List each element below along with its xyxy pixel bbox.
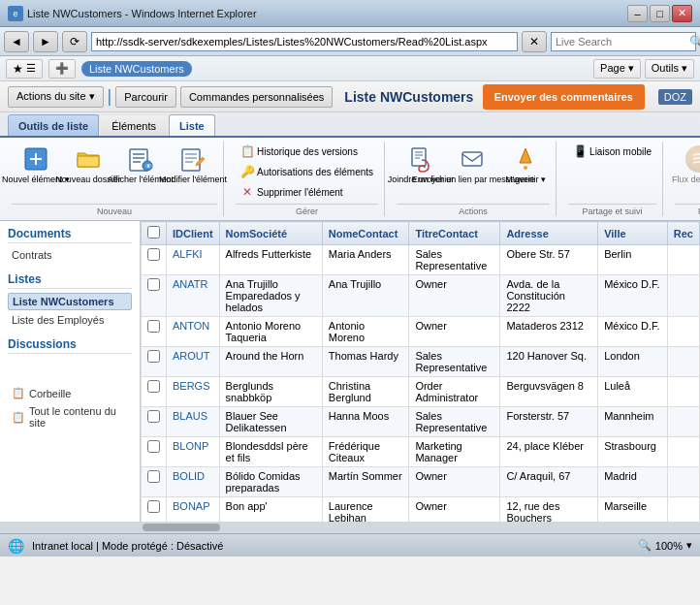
afficher-element-button[interactable]: 👁 Afficher l'élément (116, 142, 165, 189)
back-button[interactable]: ◄ (4, 31, 29, 52)
stop-button[interactable]: ✕ (522, 31, 547, 52)
cell-rec (667, 245, 699, 275)
cell-adresse: Avda. de la Constitución 2222 (500, 275, 598, 317)
idclient-link[interactable]: AROUT (173, 350, 210, 362)
horizontal-scrollbar[interactable] (0, 522, 700, 533)
row-checkbox[interactable] (147, 380, 160, 393)
cell-rec (667, 317, 699, 347)
liaison-mobile-button[interactable]: 📱 Liaison mobile (568, 142, 656, 161)
idclient-link[interactable]: ANTON (173, 320, 209, 332)
col-rec[interactable]: Rec (667, 222, 699, 245)
nouveau-dossier-button[interactable]: Nouveau dossier (64, 142, 112, 189)
idclient-link[interactable]: BOLID (173, 470, 205, 482)
col-nomsociete[interactable]: NomSociété (219, 222, 322, 245)
cell-contact: Martín Sommer (322, 467, 409, 497)
favorites-bar: ★ ☰ ➕ Liste NWCustomers Page ▾ Outils ▾ (0, 56, 700, 81)
cell-idclient: ANTON (167, 317, 220, 347)
col-titrecontact[interactable]: TitreContact (409, 222, 500, 245)
idclient-link[interactable]: BONAP (173, 500, 210, 512)
window-controls: – □ ✕ (627, 5, 692, 22)
sidebar-item-nwcustomers[interactable]: Liste NWCustomers (8, 293, 132, 310)
page-title-badge[interactable]: Liste NWCustomers (81, 61, 192, 77)
autorisations-button[interactable]: 🔑 Autorisations des éléments (236, 162, 378, 181)
table-wrapper[interactable]: IDClient NomSociété NomeContact TitreCon… (141, 221, 700, 522)
add-favorites-button[interactable]: ➕ (48, 59, 76, 79)
row-checkbox[interactable] (147, 278, 160, 291)
supprimer-button[interactable]: ✕ Supprimer l'élément (236, 182, 378, 202)
col-ville[interactable]: Ville (598, 222, 668, 245)
row-checkbox[interactable] (147, 500, 160, 513)
sidebar-item-corbeille[interactable]: 📋 Corbeille (8, 385, 132, 401)
cell-contact: Christina Berglund (322, 377, 409, 407)
actions-label: Actions du site ▾ (16, 90, 95, 103)
row-checkbox[interactable] (147, 350, 160, 363)
close-button[interactable]: ✕ (672, 5, 692, 22)
svg-rect-14 (412, 148, 426, 166)
col-checkbox[interactable] (142, 222, 167, 245)
nouvel-element-button[interactable]: Nouvel élément ▾ (12, 142, 60, 189)
zoom-dropdown-icon[interactable]: ▾ (686, 539, 692, 552)
favorites-button[interactable]: ★ ☰ (6, 59, 43, 79)
tab-outils-liste[interactable]: Outils de liste (8, 114, 99, 136)
sidebar-item-contrats[interactable]: Contrats (8, 247, 132, 263)
refresh-button[interactable]: ⟳ (62, 31, 87, 52)
select-all-checkbox[interactable] (147, 226, 160, 239)
flux-group-label: Flux de travail (675, 204, 700, 216)
favorites-label: ☰ (26, 62, 36, 75)
svg-text:👁: 👁 (145, 163, 152, 170)
mavertir-label: M'avertir ▾ (505, 175, 546, 185)
idclient-link[interactable]: BERGS (173, 380, 210, 392)
historique-button[interactable]: 📋 Historique des versions (236, 142, 378, 161)
page-menu-button[interactable]: Page ▾ (593, 59, 641, 79)
cell-contact: Ana Trujillo (322, 275, 409, 317)
flux-button[interactable]: Flux de travail (675, 142, 700, 189)
cell-adresse: Mataderos 2312 (500, 317, 598, 347)
row-checkbox[interactable] (147, 440, 160, 453)
mavertir-button[interactable]: M'avertir ▾ (501, 142, 550, 189)
row-checkbox[interactable] (147, 470, 160, 483)
row-checkbox[interactable] (147, 320, 160, 333)
cell-idclient: ANATR (167, 275, 220, 317)
cell-rec (667, 407, 699, 437)
row-checkbox[interactable] (147, 410, 160, 423)
flux-icon (685, 145, 700, 173)
add-icon: ➕ (55, 62, 69, 75)
search-input[interactable] (556, 36, 689, 48)
cell-contact: Frédérique Citeaux (322, 437, 409, 467)
idclient-link[interactable]: ANATR (173, 278, 207, 290)
new-element-icon (22, 145, 49, 173)
address-input[interactable] (91, 32, 518, 51)
row-checkbox[interactable] (147, 248, 160, 261)
idclient-link[interactable]: ALFKI (173, 248, 203, 260)
cell-titre: Sales Representative (409, 245, 500, 275)
sidebar-item-tout-contenu[interactable]: 📋 Tout le contenu du site (8, 403, 132, 430)
forward-button[interactable]: ► (33, 31, 58, 52)
cell-nomsociete: Bon app' (219, 497, 322, 523)
minimize-button[interactable]: – (627, 5, 648, 22)
cell-nomsociete: Blondesddsl père et fils (219, 437, 322, 467)
maximize-button[interactable]: □ (650, 5, 670, 22)
send-feedback-button[interactable]: Envoyer des commentaires (483, 84, 645, 110)
col-nomecontact[interactable]: NomeContact (322, 222, 409, 245)
modifier-element-button[interactable]: Modifier l'élément (169, 142, 217, 189)
commandes-button[interactable]: Commandes personnalisées (180, 86, 333, 108)
idclient-link[interactable]: BLAUS (173, 410, 207, 422)
parcourir-button[interactable]: Parcourir (115, 86, 176, 108)
col-adresse[interactable]: Adresse (500, 222, 598, 245)
sidebar-item-employes[interactable]: Liste des Employés (8, 312, 132, 328)
cell-idclient: BLAUS (167, 407, 220, 437)
outils-menu-button[interactable]: Outils ▾ (645, 59, 694, 79)
cell-nomsociete: Blauer See Delikatessen (219, 407, 322, 437)
tab-liste[interactable]: Liste (169, 114, 215, 136)
cell-titre: Owner (409, 467, 500, 497)
table-row: BLAUS Blauer See Delikatessen Hanna Moos… (142, 407, 700, 437)
actions-du-site-button[interactable]: Actions du site ▾ (8, 86, 104, 108)
col-idclient[interactable]: IDClient (167, 222, 220, 245)
tab-elements[interactable]: Éléments (101, 114, 167, 136)
envoyer-lien-button[interactable]: Envoyer un lien par messagerie (449, 142, 497, 189)
flux-label: Flux de travail (672, 175, 700, 185)
status-text: Intranet local | Mode protégé : Désactiv… (32, 540, 630, 552)
idclient-link[interactable]: BLONP (173, 440, 208, 452)
cell-ville: London (598, 347, 668, 377)
cell-adresse: 120 Hanover Sq. (500, 347, 598, 377)
